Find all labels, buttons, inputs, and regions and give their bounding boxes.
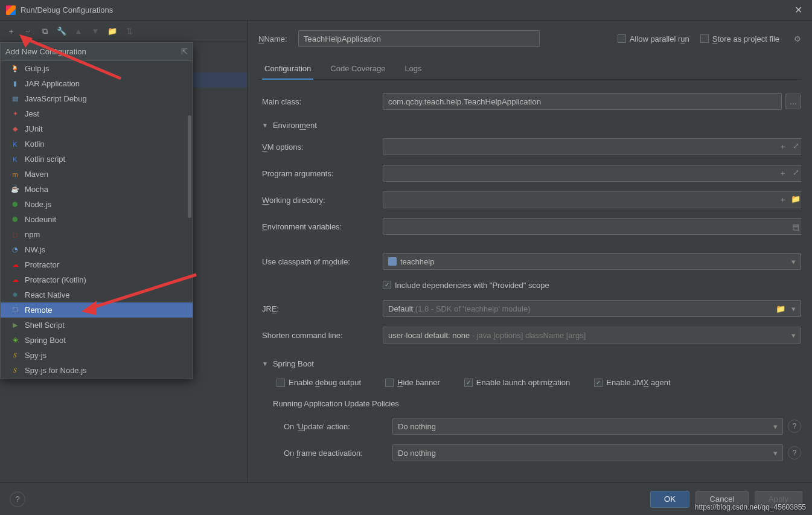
config-type-icon: ⚛ [10, 290, 20, 300]
main-class-input[interactable] [383, 93, 782, 110]
enable-debug-checkbox[interactable]: Enable debug output [277, 378, 361, 387]
browse-class-button[interactable]: … [785, 94, 801, 109]
popup-item-label: Spy-js for Node.js [25, 366, 87, 375]
popup-item-label: JUnit [25, 124, 43, 133]
hide-banner-checkbox[interactable]: Hide banner [385, 378, 440, 387]
config-type-icon: K [10, 139, 20, 149]
chevron-down-icon: ▾ [791, 257, 796, 266]
popup-item-label: Protractor [25, 260, 59, 269]
popup-item-protractor[interactable]: ☁Protractor [1, 257, 193, 272]
help-icon[interactable]: ? [788, 446, 801, 459]
gear-icon[interactable]: ⚙ [794, 34, 801, 43]
add-new-config-popup: Add New Configuration ⇱ 🍹Gulp.js▮JAR App… [0, 42, 193, 379]
jre-hint: (1.8 - SDK of 'teachhelp' module) [415, 304, 531, 313]
popup-item-label: Spy-js [25, 351, 46, 360]
popup-item-junit[interactable]: ◆JUnit [1, 121, 193, 136]
folder-icon[interactable]: 📁 [776, 304, 785, 313]
classpath-label: Use classpath of module: [262, 257, 383, 266]
name-input[interactable] [298, 30, 540, 47]
popup-item-jest[interactable]: ✦Jest [1, 106, 193, 121]
popup-scrollbar[interactable] [188, 115, 191, 218]
close-icon[interactable]: ✕ [791, 3, 806, 17]
on-frame-dropdown[interactable]: Do nothing▾ [392, 444, 783, 461]
ok-button[interactable]: OK [650, 491, 689, 508]
program-args-input[interactable] [383, 165, 801, 182]
popup-item-nodeunit[interactable]: ⬢Nodeunit [1, 212, 193, 227]
shorten-hint: - java [options] className [args] [472, 331, 586, 340]
expand-icon[interactable]: ⤢ [790, 141, 801, 152]
classpath-dropdown[interactable]: teachhelp ▾ [383, 253, 801, 270]
environment-section[interactable]: ▼Environment [262, 121, 801, 130]
env-vars-input[interactable] [383, 218, 801, 235]
working-dir-input[interactable] [383, 191, 801, 208]
folder-icon[interactable]: 📁 [790, 194, 801, 205]
vm-options-input[interactable] [383, 138, 801, 155]
expand-icon[interactable]: ⤢ [790, 168, 801, 179]
popup-list[interactable]: 🍹Gulp.js▮JAR Application▤JavaScript Debu… [1, 61, 193, 378]
config-type-icon: ◔ [10, 245, 20, 255]
classpath-value: teachhelp [400, 257, 434, 266]
on-update-label: On 'Update' action: [284, 422, 392, 431]
dialog-title: Run/Debug Configurations [21, 5, 791, 14]
config-type-icon: ▤ [10, 94, 20, 104]
popup-item-node-js[interactable]: ⬢Node.js [1, 197, 193, 212]
popup-item-maven[interactable]: mMaven [1, 167, 193, 182]
help-icon[interactable]: ? [788, 420, 801, 433]
popup-item-javascript-debug[interactable]: ▤JavaScript Debug [1, 91, 193, 106]
tab-coverage[interactable]: Code Coverage [328, 59, 388, 79]
help-button[interactable]: ? [10, 491, 25, 507]
popup-item-label: Jest [25, 109, 39, 118]
allow-parallel-checkbox[interactable]: Allow parallel run [618, 34, 689, 43]
insert-icon[interactable]: ＋ [777, 141, 788, 152]
jre-dropdown[interactable]: Default (1.8 - SDK of 'teachhelp' module… [383, 300, 801, 317]
svg-marker-3 [82, 301, 97, 315]
popup-item-label: Maven [25, 170, 48, 179]
insert-icon[interactable]: ＋ [777, 194, 788, 205]
list-icon[interactable]: ▤ [790, 222, 801, 231]
pin-icon[interactable]: ⇱ [181, 47, 188, 56]
working-dir-label: Working directory: [262, 196, 383, 205]
launch-opt-checkbox[interactable]: Enable launch optimization [464, 378, 570, 387]
config-tree[interactable]: Add New Configuration ⇱ 🍹Gulp.js▮JAR App… [0, 42, 247, 482]
tab-logs[interactable]: Logs [402, 59, 424, 79]
program-args-label: Program arguments: [262, 169, 383, 178]
chevron-down-icon: ▾ [773, 422, 778, 431]
popup-item-label: Spring Boot [25, 336, 66, 345]
config-type-icon: ☕ [10, 185, 20, 194]
config-type-icon: ☐ [10, 305, 20, 315]
config-type-icon: K [10, 155, 20, 164]
popup-item-npm[interactable]: □npm [1, 227, 193, 242]
config-type-icon: 𝑆 [10, 366, 20, 376]
jmx-checkbox[interactable]: Enable JMX agent [594, 378, 670, 387]
store-project-checkbox[interactable]: Store as project file [700, 34, 779, 43]
config-type-icon: ⬢ [10, 215, 20, 225]
jre-label: JRE: [262, 304, 383, 313]
jre-prefix: Default [388, 304, 415, 313]
popup-item-kotlin[interactable]: KKotlin [1, 136, 193, 152]
popup-item-label: Kotlin script [25, 155, 65, 164]
springboot-section[interactable]: ▼Spring Boot [262, 359, 801, 368]
annotation-arrow-remote [78, 272, 199, 320]
popup-item-spy-js-for-node-js[interactable]: 𝑆Spy-js for Node.js [1, 363, 193, 378]
shorten-dropdown[interactable]: user-local default: none - java [options… [383, 327, 801, 344]
chevron-down-icon: ▾ [773, 449, 778, 458]
config-type-icon: m [10, 170, 20, 179]
shorten-label: Shorten command line: [262, 331, 383, 340]
insert-icon[interactable]: ＋ [777, 168, 788, 179]
popup-item-label: Shell Script [25, 321, 65, 330]
popup-item-mocha[interactable]: ☕Mocha [1, 182, 193, 197]
tab-configuration[interactable]: Configuration [262, 59, 313, 79]
on-update-dropdown[interactable]: Do nothing▾ [392, 418, 783, 435]
popup-item-spring-boot[interactable]: ❀Spring Boot [1, 333, 193, 348]
add-button[interactable]: ＋ [4, 24, 18, 39]
dialog-footer: ? OK Cancel Apply [0, 482, 812, 515]
popup-item-kotlin-script[interactable]: KKotlin script [1, 152, 193, 167]
popup-item-label: React Native [25, 290, 69, 299]
popup-item-spy-js[interactable]: 𝑆Spy-js [1, 348, 193, 363]
config-type-icon: ❀ [10, 336, 20, 345]
include-provided-checkbox[interactable]: Include dependencies with "Provided" sco… [383, 281, 549, 290]
config-type-icon: ☁ [10, 260, 20, 270]
popup-item-nw-js[interactable]: ◔NW.js [1, 242, 193, 257]
svg-line-0 [24, 38, 121, 78]
annotation-arrow-add [18, 33, 127, 82]
